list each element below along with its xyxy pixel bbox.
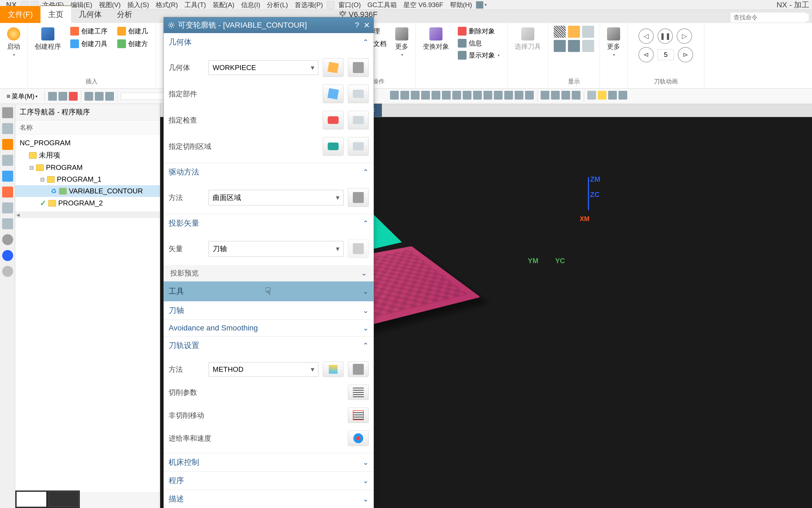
- create-procedure-button[interactable]: 创建工序: [68, 26, 109, 37]
- tree-program[interactable]: ⊟ PROGRAM: [15, 162, 160, 173]
- create-tool-button[interactable]: 创建刀具: [68, 38, 109, 49]
- create-program-button[interactable]: 创建程序: [33, 26, 62, 52]
- vt-cube-icon[interactable]: [2, 123, 13, 134]
- more-button-2[interactable]: 更多 ▾: [605, 26, 622, 58]
- tb2-shape-4[interactable]: [421, 91, 430, 99]
- create-geom-button[interactable]: 创建几: [115, 26, 150, 37]
- display-icon-6[interactable]: [582, 40, 594, 52]
- tb2-render-2[interactable]: [598, 91, 607, 99]
- method-select[interactable]: METHOD ▾: [208, 362, 319, 377]
- menu-info[interactable]: 信息(I): [238, 0, 263, 10]
- thumbnail-1[interactable]: [16, 492, 46, 507]
- horizontal-scrollbar[interactable]: [15, 211, 160, 218]
- tb2-shape-12[interactable]: [504, 91, 513, 99]
- exchange-object-button[interactable]: 变换对象: [421, 26, 451, 61]
- display-icon-5[interactable]: [582, 26, 594, 38]
- create-method-button[interactable]: 创建方: [115, 38, 150, 49]
- pause-button[interactable]: ❚❚: [658, 29, 673, 44]
- tb2-view-3[interactable]: [561, 91, 570, 99]
- tb2-icon-2[interactable]: [58, 92, 67, 101]
- vt-navigator-icon[interactable]: [2, 139, 13, 150]
- specify-check-button[interactable]: [323, 111, 343, 129]
- tb2-render-3[interactable]: [608, 91, 617, 99]
- skip-back-button[interactable]: ⊲: [638, 47, 654, 62]
- tb2-icon-4[interactable]: [85, 92, 93, 101]
- tab-analysis[interactable]: 分析: [109, 6, 140, 23]
- vt-part-icon[interactable]: [2, 186, 13, 198]
- tb2-shape-2[interactable]: [400, 91, 409, 99]
- thumbnail-2[interactable]: [49, 492, 79, 507]
- geometry-select[interactable]: WORKPIECE ▾: [208, 60, 319, 75]
- tb2-shape-9[interactable]: [473, 91, 482, 99]
- method-edit-button[interactable]: [348, 362, 369, 377]
- tool-section-header[interactable]: 工具 ☟ ⌄: [164, 282, 374, 301]
- tree-root[interactable]: NC_PROGRAM: [15, 137, 160, 149]
- tb2-shape-10[interactable]: [483, 91, 492, 99]
- info-button[interactable]: 信息: [456, 38, 502, 49]
- tree-unused[interactable]: 未用项: [15, 149, 160, 162]
- specify-part-button[interactable]: [323, 85, 343, 103]
- specify-cutarea-button[interactable]: [323, 137, 343, 156]
- vector-edit-button[interactable]: [348, 239, 369, 258]
- menu-help[interactable]: 帮助(H): [447, 0, 475, 10]
- vt-clock-icon[interactable]: [2, 266, 13, 277]
- tab-home[interactable]: 主页: [41, 5, 71, 23]
- machine-control-header[interactable]: 机床控制 ⌄: [164, 453, 374, 471]
- tb2-shape-11[interactable]: [494, 91, 503, 99]
- avoidance-header[interactable]: Avoidance and Smoothing ⌄: [164, 320, 374, 336]
- path-settings-header[interactable]: 刀轨设置 ⌃: [164, 336, 374, 354]
- display-object-button[interactable]: 显示对象▾: [456, 50, 502, 61]
- delete-object-button[interactable]: 删除对象: [456, 26, 502, 37]
- menu-analysis[interactable]: 分析(L): [264, 0, 290, 10]
- specify-check-display-button[interactable]: [348, 111, 369, 129]
- tab-file[interactable]: 文件(F): [0, 6, 41, 23]
- tb2-shape-13[interactable]: [515, 91, 523, 99]
- feeds-speeds-button[interactable]: [348, 431, 369, 446]
- vt-book-icon[interactable]: [2, 203, 13, 213]
- projection-preview-header[interactable]: 投影预览 ⌄: [164, 265, 374, 281]
- step-forward-button[interactable]: ▷: [677, 29, 692, 44]
- geometry-edit-button[interactable]: [348, 58, 369, 77]
- skip-forward-button[interactable]: ⊳: [678, 47, 693, 62]
- menu-format[interactable]: 格式(R): [153, 0, 181, 10]
- tb2-shape-5[interactable]: [432, 91, 440, 99]
- noncut-moves-button[interactable]: [348, 408, 369, 423]
- drive-method-select[interactable]: 曲面区域 ▾: [208, 190, 343, 205]
- menu-assembly[interactable]: 装配(A): [210, 0, 237, 10]
- command-search[interactable]: [730, 12, 807, 23]
- launch-button[interactable]: 启动 ▾: [5, 26, 22, 58]
- geometry-section-header[interactable]: 几何体 ⌃: [164, 33, 374, 51]
- tb2-render-4[interactable]: [619, 91, 627, 99]
- tool-axis-header[interactable]: 刀轴 ⌄: [164, 301, 374, 320]
- geometry-show-button[interactable]: [323, 58, 343, 77]
- display-icon-2[interactable]: [554, 40, 566, 52]
- specify-part-display-button[interactable]: [348, 85, 369, 103]
- frame-input[interactable]: [658, 49, 674, 60]
- tb2-shape-14[interactable]: [525, 91, 534, 99]
- tab-geometry[interactable]: 几何体: [71, 6, 109, 23]
- tb2-shape-6[interactable]: [442, 91, 451, 99]
- more-button-1[interactable]: 更多 ▾: [393, 26, 410, 58]
- menu-button[interactable]: ≡ 菜单(M) ▾: [3, 90, 41, 102]
- tb2-icon-6[interactable]: [105, 92, 114, 101]
- vt-tree-icon[interactable]: [2, 171, 13, 182]
- program-section-header[interactable]: 程序 ⌄: [164, 472, 374, 490]
- tb2-view-4[interactable]: [572, 91, 580, 99]
- menu-starspace[interactable]: 星空 V6.936F: [401, 0, 446, 10]
- expand-icon[interactable]: ⊟: [40, 176, 45, 183]
- vt-info-icon[interactable]: [2, 234, 13, 245]
- help-icon[interactable]: ?: [355, 21, 359, 30]
- description-header[interactable]: 描述 ⌄: [164, 490, 374, 508]
- cut-params-button[interactable]: [348, 385, 369, 400]
- tb2-shape-7[interactable]: [452, 91, 461, 99]
- tb2-render-1[interactable]: [587, 91, 596, 99]
- tb2-icon-5[interactable]: [95, 92, 104, 101]
- tb2-view-2[interactable]: [551, 91, 560, 99]
- select-tool-button[interactable]: 选择刀具: [513, 26, 542, 52]
- vector-select[interactable]: 刀轴 ▾: [208, 241, 343, 257]
- specify-cutarea-display-button[interactable]: [348, 137, 369, 156]
- display-icon-4[interactable]: [568, 40, 580, 52]
- display-icon-1[interactable]: [554, 26, 566, 38]
- tree-program-1[interactable]: ⊟ PROGRAM_1: [15, 173, 160, 185]
- method-new-button[interactable]: [323, 362, 343, 377]
